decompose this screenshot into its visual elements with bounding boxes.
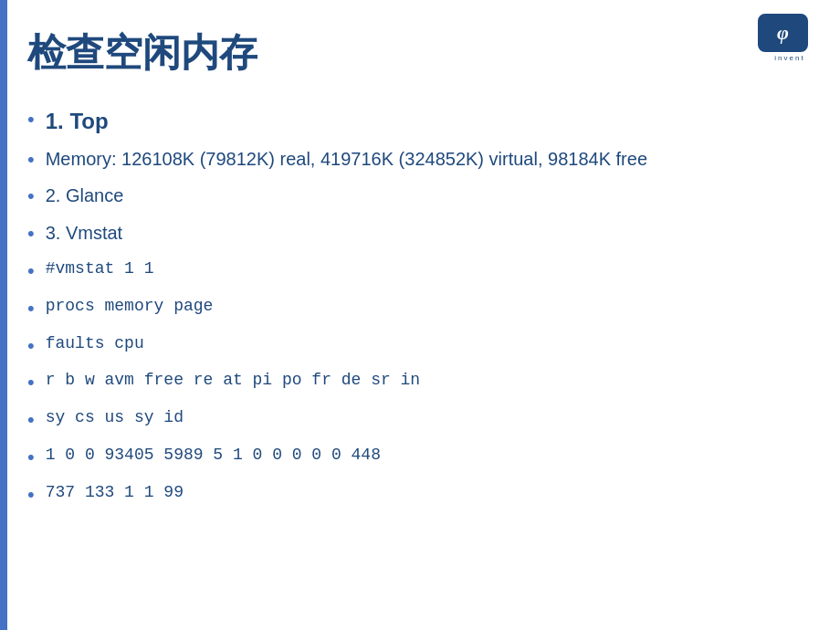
item-headers-label: r b w avm free re at pi po fr de sr in [46,369,420,392]
list-item: 1 0 0 93405 5989 5 1 0 0 0 0 0 448 [27,444,813,472]
list-item: sy cs us sy id [27,406,813,435]
hp-logo: φ invent [758,14,822,59]
page-title: 检查空闲内存 [27,27,813,79]
item-memory-label: Memory: 126108K (79812K) real, 419716K (… [46,146,647,172]
item-sycs-label: sy cs us sy id [46,406,184,429]
hp-tagline: invent [758,54,822,62]
list-item: #vmstat 1 1 [27,257,813,286]
list-item: 2. Glance [27,183,813,211]
list-item: 737 133 1 1 99 [27,481,813,509]
list-item: Memory: 126108K (79812K) real, 419716K (… [27,146,813,174]
item-procs-label: procs memory page [46,295,214,318]
list-item: r b w avm free re at pi po fr de sr in [27,369,813,397]
item-data2-label: 737 133 1 1 99 [46,481,184,504]
item-vmstat-label: 3. Vmstat [46,220,122,246]
list-item: 3. Vmstat [27,220,813,248]
list-item: 1. Top [27,106,813,137]
item-faults-label: faults cpu [46,332,144,355]
item-vmstat-cmd-label: #vmstat 1 1 [46,257,154,280]
item-top-label: 1. Top [46,106,109,137]
left-border [0,0,7,630]
list-item: procs memory page [27,295,813,323]
list-item: faults cpu [27,332,813,361]
bullet-list: 1. Top Memory: 126108K (79812K) real, 41… [27,106,813,509]
item-data1-label: 1 0 0 93405 5989 5 1 0 0 0 0 0 448 [46,444,381,467]
item-glance-label: 2. Glance [46,183,124,208]
